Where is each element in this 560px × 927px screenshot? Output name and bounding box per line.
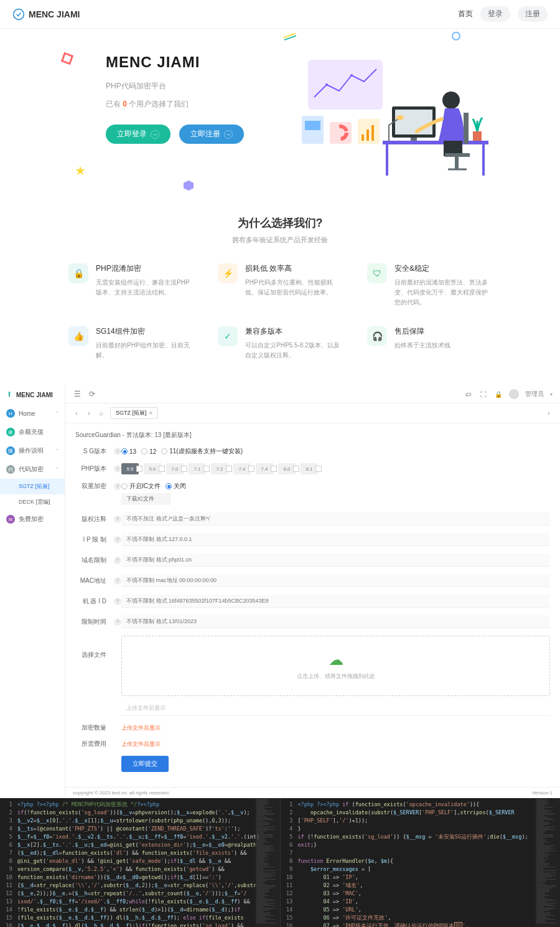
breadcrumb-bar: ‹ › ⌂ SGTZ [拓展] × ›: [65, 403, 560, 423]
radio-sg-11(虚拟服务支持一键安装)[interactable]: 11(虚拟服务支持一键安装): [161, 447, 243, 456]
rocket-icon: [5, 390, 14, 399]
feature-title: 售后保障: [394, 326, 450, 337]
bc-next-icon[interactable]: ›: [545, 410, 553, 417]
chevron-up-icon: ˄: [56, 467, 58, 473]
row-count: 加密数量 上传文件后显示: [75, 723, 550, 732]
nav-register[interactable]: 注册: [518, 6, 548, 22]
svg-rect-17: [411, 138, 417, 141]
php-version-8.0[interactable]: 8.0: [278, 463, 296, 474]
bc-home-icon[interactable]: ⌂: [98, 410, 105, 417]
radio-sg-13[interactable]: 13: [121, 448, 136, 455]
chevron-down-icon: ˅: [56, 411, 58, 416]
sidebar-item[interactable]: 操操作说明˅: [0, 441, 65, 460]
code-body[interactable]: <?php ?><?php if (function_exists('opcac…: [281, 798, 561, 927]
features-section: 为什么选择我们? 拥有多年验证系统产品开发经验 🔒 PHP混淆加密无需安装组件运…: [0, 197, 560, 385]
login-button[interactable]: 立即登录: [106, 125, 170, 144]
submit-button[interactable]: 立即提交: [121, 756, 169, 772]
close-icon[interactable]: ×: [149, 410, 153, 416]
brand-text: MENC JIAMI: [29, 9, 80, 19]
admin-logo[interactable]: MENC JIAMI: [0, 385, 65, 404]
menu-dot-icon: H: [6, 409, 15, 418]
radio-ic-off[interactable]: 关闭: [166, 482, 186, 491]
refresh-icon[interactable]: ⟳: [88, 390, 96, 398]
sidebar-item[interactable]: 代代码加密˄: [0, 460, 65, 479]
php-version-7.0[interactable]: 7.0: [166, 463, 184, 474]
menu-toggle-icon[interactable]: ☰: [73, 390, 82, 398]
mac-input[interactable]: [121, 574, 550, 587]
php-version-7.1[interactable]: 7.1: [189, 463, 206, 474]
help-icon[interactable]: ?: [114, 515, 121, 523]
features-subtitle: 拥有多年验证系统产品开发经验: [0, 235, 560, 245]
svg-rect-22: [455, 157, 459, 169]
nav-home[interactable]: 首页: [458, 9, 473, 19]
deco-hex-icon: [184, 181, 194, 191]
feature-title: SG14组件加密: [96, 326, 193, 337]
admin-main: ☰ ⟳ 🏷 ⛶ 🔒 管理员 ▾ ‹ › ⌂ SGTZ [拓展] × › So: [65, 385, 560, 798]
help-icon[interactable]: ?: [114, 536, 121, 543]
ip-input[interactable]: [121, 533, 550, 546]
help-icon[interactable]: ?: [114, 577, 121, 585]
minimap[interactable]: [255, 798, 280, 927]
php-version-8.1[interactable]: 8.1: [301, 463, 318, 474]
tag-icon[interactable]: 🏷: [464, 390, 473, 398]
menu-dot-icon: 代: [6, 465, 15, 474]
help-icon[interactable]: ?: [114, 482, 121, 490]
php-version-7.4[interactable]: 7.4: [256, 463, 273, 474]
hero-left: MENC JIAMI PHP代码加密平台 已有 0 个用户选择了我们 立即登录 …: [106, 54, 292, 178]
machine-id-input[interactable]: [121, 595, 550, 608]
help-icon[interactable]: ?: [114, 448, 121, 455]
feature-icon: 🎧: [367, 326, 387, 346]
row-cost: 所需费用 上传文件后显示: [75, 740, 550, 748]
feature-item: 🛡 安全&稳定目前最好的混淆加密算法、算法多变、代码变化万千、最大程度保护您的代…: [367, 263, 492, 308]
chevron-down-icon[interactable]: ▾: [550, 392, 553, 397]
svg-rect-9: [362, 134, 364, 141]
time-input[interactable]: [121, 615, 550, 628]
sidebar-item[interactable]: 余余额充值: [0, 423, 65, 441]
copyright-input[interactable]: [121, 512, 550, 525]
sidebar-item[interactable]: HHome˅: [0, 404, 65, 423]
lock-icon[interactable]: 🔒: [494, 390, 503, 398]
php-version-5.5[interactable]: 5.5: [121, 463, 139, 474]
radio-sg-12[interactable]: 12: [141, 448, 156, 455]
help-icon[interactable]: ?: [114, 618, 121, 626]
breadcrumb-tab[interactable]: SGTZ [拓展] ×: [110, 407, 158, 419]
help-icon[interactable]: ?: [114, 598, 121, 605]
admin-panel: MENC JIAMI HHome˅余余额充值操操作说明˅代代码加密˄SGTZ […: [0, 385, 560, 798]
nav-login[interactable]: 登录: [480, 6, 510, 22]
php-version-5.6[interactable]: 5.6: [144, 463, 161, 474]
row-time: 限制时间 ?: [75, 615, 550, 628]
upload-zone[interactable]: ☁ 点击上传、或将文件拖拽到此处: [121, 636, 550, 696]
avatar[interactable]: [509, 389, 519, 399]
bc-forward-icon[interactable]: ›: [85, 410, 93, 417]
sidebar-subitem[interactable]: DECK [需编]: [0, 494, 65, 510]
user-label[interactable]: 管理员: [525, 390, 544, 398]
svg-rect-20: [464, 113, 469, 144]
sidebar-item-label: 代码加密: [19, 465, 44, 474]
minimap[interactable]: [535, 798, 560, 927]
menu-dot-icon: N: [6, 515, 15, 524]
admin-content: SourceGuardian - 算法版本: 13 [最新版本] S G版本 ?…: [65, 423, 560, 787]
sidebar-subitem[interactable]: SGTZ [拓展]: [0, 479, 65, 494]
landing-section: MENC JIAMI 首页 登录 注册 ★ MENC JIAMI PHP代码加密…: [0, 0, 560, 385]
brand-logo[interactable]: MENC JIAMI: [12, 8, 80, 21]
expand-icon[interactable]: ⛶: [479, 390, 488, 398]
svg-rect-23: [473, 131, 482, 141]
sidebar-item[interactable]: N免费加密: [0, 510, 65, 529]
hero-illustration: [292, 54, 498, 178]
help-icon[interactable]: ?: [114, 465, 121, 473]
nav-right: 首页 登录 注册: [458, 6, 548, 22]
help-icon[interactable]: ?: [114, 557, 121, 564]
php-version-7.2[interactable]: 7.2: [211, 463, 228, 474]
bc-back-icon[interactable]: ‹: [73, 410, 80, 417]
domain-input[interactable]: [121, 553, 550, 567]
code-body[interactable]: <?php ?><?php /* MENCPHP代码加密系统 */?><?php…: [0, 798, 280, 927]
line-gutter: 1234567891011121314151617181920212223242…: [0, 798, 15, 927]
feature-desc: PHP代码多方位重构、性能损耗低、保证加密后代码运行效率。: [245, 278, 342, 298]
svg-rect-12: [383, 141, 488, 144]
feature-title: 兼容多版本: [245, 326, 342, 337]
radio-ic-on[interactable]: 开启IC文件: [121, 482, 161, 491]
ic-file-select[interactable]: 下载IC文件: [121, 493, 171, 505]
svg-rect-10: [366, 129, 369, 141]
register-button[interactable]: 立即注册: [179, 125, 244, 144]
php-version-7.4[interactable]: 7.4: [233, 463, 251, 474]
